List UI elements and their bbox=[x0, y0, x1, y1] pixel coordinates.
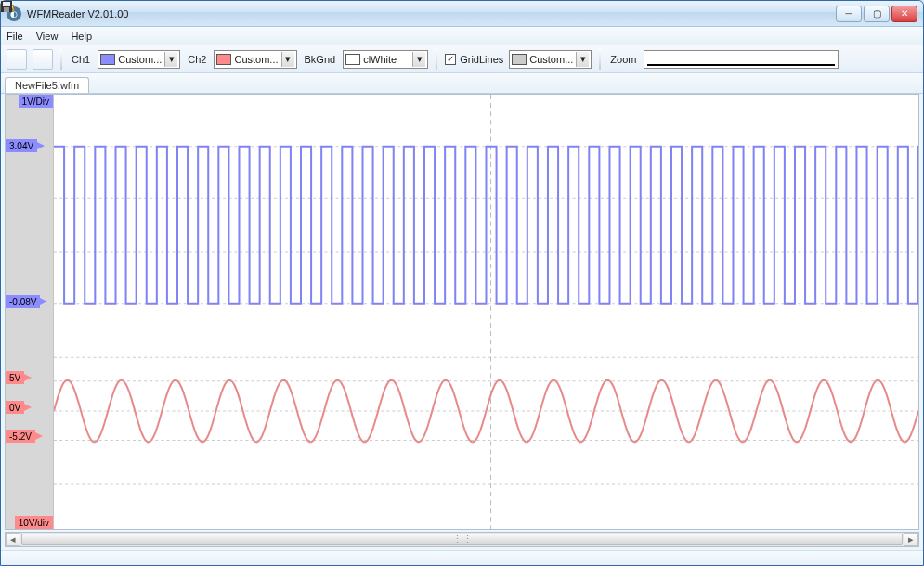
scroll-right-icon[interactable]: ▸ bbox=[904, 533, 918, 546]
gridlines-swatch bbox=[512, 54, 527, 65]
scroll-track[interactable]: ⋮⋮ bbox=[20, 533, 904, 546]
gridlines-combo-text: Custom... bbox=[529, 54, 573, 65]
save-button[interactable] bbox=[33, 49, 53, 70]
svg-rect-1 bbox=[3, 2, 10, 6]
axis-gutter: 1V/Div 3.04V -0.08V 5V 0V -5.2V 10V/div bbox=[6, 95, 54, 529]
chevron-down-icon: ▾ bbox=[281, 52, 294, 67]
ch2-high-marker: 5V bbox=[6, 371, 24, 384]
scroll-thumb[interactable]: ⋮⋮ bbox=[21, 534, 903, 545]
zoom-field[interactable] bbox=[644, 50, 839, 69]
titlebar[interactable]: ◐ WFMReader V2.01.00 ─ ▢ ✕ bbox=[1, 1, 923, 27]
chevron-down-icon: ▾ bbox=[576, 52, 589, 67]
separator bbox=[599, 49, 601, 70]
waveform-canvas[interactable] bbox=[54, 95, 918, 529]
check-icon: ✓ bbox=[445, 54, 456, 65]
ch2-color-combo[interactable]: Custom... ▾ bbox=[214, 50, 296, 69]
gridlines-checkbox[interactable]: ✓ GridLines bbox=[445, 54, 503, 65]
minimize-button[interactable]: ─ bbox=[836, 6, 862, 22]
svg-rect-2 bbox=[4, 7, 9, 12]
ch1-low-marker: -0.08V bbox=[6, 295, 40, 308]
tab-row: NewFile5.wfm bbox=[1, 73, 923, 94]
ch1-high-marker: 3.04V bbox=[6, 139, 37, 152]
ch1-label: Ch1 bbox=[72, 54, 90, 65]
statusbar bbox=[1, 550, 923, 565]
gridlines-label: GridLines bbox=[460, 54, 503, 65]
chevron-down-icon: ▾ bbox=[164, 52, 177, 67]
bkgnd-label: BkGnd bbox=[305, 54, 336, 65]
window-title: WFMReader V2.01.00 bbox=[27, 8, 836, 19]
maximize-button[interactable]: ▢ bbox=[864, 6, 890, 22]
horizontal-scrollbar[interactable]: ◂ ⋮⋮ ▸ bbox=[5, 532, 919, 547]
ch2-low-marker: -5.2V bbox=[6, 430, 35, 443]
separator bbox=[436, 49, 437, 70]
menu-help[interactable]: Help bbox=[71, 31, 92, 42]
ch1-swatch bbox=[100, 54, 115, 65]
ch1-color-combo[interactable]: Custom... ▾ bbox=[98, 50, 180, 69]
separator bbox=[60, 49, 62, 70]
floppy-icon bbox=[0, 0, 13, 13]
bkgnd-combo-text: clWhite bbox=[363, 54, 410, 65]
ch2-zero-marker: 0V bbox=[6, 401, 24, 414]
ch2-scale-tag: 10V/div bbox=[15, 516, 53, 529]
zoom-label: Zoom bbox=[610, 54, 636, 65]
ch2-combo-text: Custom... bbox=[234, 54, 278, 65]
scroll-left-icon[interactable]: ◂ bbox=[6, 533, 20, 546]
menu-view[interactable]: View bbox=[36, 31, 59, 42]
file-tab[interactable]: NewFile5.wfm bbox=[5, 77, 89, 93]
ch1-scale-tag: 1V/Div bbox=[19, 95, 53, 108]
ch2-label: Ch2 bbox=[188, 54, 206, 65]
close-button[interactable]: ✕ bbox=[891, 6, 917, 22]
ch2-swatch bbox=[216, 54, 231, 65]
menu-file[interactable]: File bbox=[7, 31, 23, 42]
menubar: File View Help bbox=[1, 27, 923, 45]
bkgnd-color-combo[interactable]: clWhite ▾ bbox=[343, 50, 428, 69]
ch1-combo-text: Custom... bbox=[118, 54, 162, 65]
chevron-down-icon: ▾ bbox=[412, 52, 425, 67]
open-button[interactable] bbox=[7, 49, 27, 70]
bkgnd-swatch bbox=[345, 54, 360, 65]
gridlines-color-combo[interactable]: Custom... ▾ bbox=[509, 50, 592, 69]
toolbar: Ch1 Custom... ▾ Ch2 Custom... ▾ BkGnd cl… bbox=[1, 45, 923, 73]
waveform-stage: 1V/Div 3.04V -0.08V 5V 0V -5.2V 10V/div bbox=[5, 94, 919, 530]
